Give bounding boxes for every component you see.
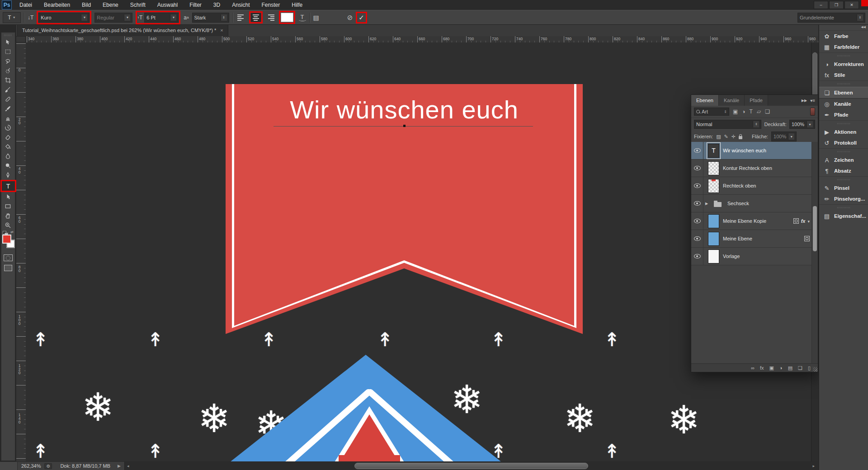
text-baseline-handle[interactable] (403, 125, 406, 127)
layer-name[interactable]: Kontur Rechteck oben (723, 165, 812, 171)
character-panel-toggle-icon[interactable]: ▤ (313, 14, 319, 21)
history-brush-tool[interactable] (1, 123, 14, 132)
layer-row[interactable]: Wir wünschen euch (691, 142, 812, 160)
layer-row[interactable]: Meine Ebene Kopie (691, 212, 812, 230)
dock-panel-button[interactable]: ✎ Pinsel (819, 183, 868, 193)
layer-row[interactable]: Vorlage (691, 248, 812, 265)
type-tool[interactable]: T (2, 181, 14, 191)
dock-panel-button[interactable]: ¶ Absatz (819, 165, 868, 176)
menu-item[interactable]: Schrift (124, 0, 151, 10)
layer-thumbnail[interactable] (708, 232, 719, 246)
close-button[interactable]: ✕ (844, 1, 859, 9)
vertical-ruler[interactable]: 020406080100120140160 (16, 42, 26, 462)
dock-panel-button[interactable]: ↺ Protokoll (819, 137, 868, 148)
tab-close-icon[interactable]: × (220, 28, 223, 33)
quick-mask-button[interactable] (4, 254, 13, 261)
dodge-tool[interactable] (1, 161, 14, 170)
text-color-swatch[interactable] (281, 13, 293, 22)
scroll-left-icon[interactable]: ◂ (125, 464, 132, 468)
collapse-panel-icon[interactable]: ▶▶ (802, 99, 807, 103)
dock-panel-button[interactable] (819, 176, 868, 183)
collapse-effects-icon[interactable] (807, 218, 810, 224)
layer-name[interactable]: Sechseck (727, 201, 812, 206)
add-layer-mask-icon[interactable]: ▣ (769, 366, 774, 371)
layer-visibility-cell[interactable] (691, 230, 703, 247)
layer-filter-icon[interactable]: ◑ (742, 108, 745, 115)
scroll-right-icon[interactable]: ▸ (810, 464, 817, 468)
dock-panel-button[interactable]: ✒ Pfade (819, 109, 868, 120)
panel-grip[interactable] (4, 33, 12, 37)
menu-item[interactable]: Auswahl (151, 0, 184, 10)
dock-panel-button[interactable]: ▶ Aktionen (819, 127, 868, 137)
dock-panel-button[interactable] (819, 120, 868, 127)
minimize-button[interactable]: – (814, 1, 828, 9)
panel-tab[interactable]: Pfade (745, 95, 768, 106)
dock-panel-button[interactable] (819, 52, 868, 59)
lock-all-icon[interactable] (739, 136, 742, 139)
menu-item[interactable]: 3D (208, 0, 226, 10)
status-popup-arrow-icon[interactable]: ▶ (114, 464, 124, 468)
layer-filter-icon[interactable]: ❏ (765, 108, 770, 115)
group-expand-icon[interactable]: ▶ (705, 202, 710, 206)
layers-scrollbar-thumb[interactable] (813, 206, 817, 251)
new-group-icon[interactable]: ▤ (788, 366, 793, 371)
dock-panel-button[interactable] (819, 204, 868, 211)
paint-bucket-tool[interactable] (1, 142, 14, 151)
lock-position-icon[interactable]: ✛ (731, 134, 736, 140)
layer-name[interactable]: Meine Ebene (723, 236, 804, 241)
zoom-tool[interactable] (1, 221, 14, 230)
layer-visibility-cell[interactable] (691, 160, 703, 177)
font-family-select[interactable]: Kuro ▼ (38, 13, 90, 23)
text-orientation-icon[interactable]: ↓T (28, 14, 33, 21)
lasso-tool[interactable] (1, 56, 14, 66)
align-left-button[interactable] (236, 13, 246, 22)
dock-panel-button[interactable]: ✿ Farbe (819, 31, 868, 42)
menu-item[interactable]: Hilfe (286, 0, 308, 10)
layer-visibility-cell[interactable] (691, 177, 703, 194)
tool-preset-picker[interactable]: T ▼ (3, 12, 21, 23)
swap-colors-icon[interactable]: ⇄ (10, 230, 14, 234)
rectangle-tool[interactable] (1, 202, 14, 211)
panel-resize-grip[interactable] (813, 367, 817, 371)
headline-text[interactable]: Wir wünschen euch (226, 95, 583, 124)
menu-item[interactable]: Fenster (256, 0, 286, 10)
layer-style-icon[interactable]: fx (760, 366, 764, 371)
foreground-color-swatch[interactable] (2, 235, 11, 244)
dock-panel-button[interactable]: ◎ Kanäle (819, 99, 868, 109)
font-size-select[interactable]: 6 Pt ▼ (144, 13, 179, 23)
dock-panel-button[interactable] (819, 80, 868, 87)
pen-tool[interactable] (1, 170, 14, 180)
commit-edits-icon[interactable]: ✓ (358, 14, 365, 22)
dock-panel-button[interactable]: A Zeichen (819, 155, 868, 165)
menu-item[interactable]: Ansicht (226, 0, 255, 10)
cancel-edits-icon[interactable]: ⊘ (347, 14, 353, 22)
adjustment-layer-icon[interactable]: ◑ (779, 366, 783, 371)
clone-stamp-tool[interactable] (1, 113, 14, 123)
layer-thumbnail[interactable] (708, 214, 719, 228)
hand-tool[interactable] (1, 211, 14, 221)
layer-name[interactable]: Vorlage (723, 254, 812, 259)
zoom-level-field[interactable]: 262,34% (18, 463, 44, 469)
layer-visibility-cell[interactable] (691, 248, 703, 265)
layer-filter-icon[interactable]: ▱ (757, 108, 761, 115)
warp-text-icon[interactable]: T (298, 14, 307, 21)
dock-panel-button[interactable]: ✏ Pinselvorg... (819, 193, 868, 204)
layer-visibility-cell[interactable] (691, 142, 703, 159)
layer-thumbnail[interactable] (712, 197, 724, 211)
layer-row[interactable]: Rechteck oben (691, 177, 812, 195)
layer-name[interactable]: Rechteck oben (723, 183, 812, 188)
dock-panel-button[interactable]: ▤ Eigenschaf... (819, 211, 868, 221)
eyedropper-tool[interactable] (1, 85, 14, 94)
workspace-select[interactable]: Grundelemente ⇕ (797, 13, 865, 23)
lock-pixels-icon[interactable]: ✎ (724, 134, 728, 140)
filter-toggle-switch[interactable] (810, 108, 815, 116)
horizontal-ruler[interactable]: 3403603804004204404604805005205405605806… (26, 36, 818, 43)
anti-alias-select[interactable]: Stark ⇕ (192, 13, 229, 23)
panel-tab[interactable]: Ebenen (691, 95, 719, 106)
dock-panel-button[interactable]: fx Stile (819, 70, 868, 80)
fill-select[interactable]: 100% ▼ (771, 132, 797, 141)
horizontal-scrollbar-thumb[interactable] (354, 463, 588, 469)
healing-brush-tool[interactable] (1, 94, 14, 104)
quick-selection-tool[interactable] (1, 66, 14, 75)
layer-thumbnail[interactable] (708, 144, 719, 158)
